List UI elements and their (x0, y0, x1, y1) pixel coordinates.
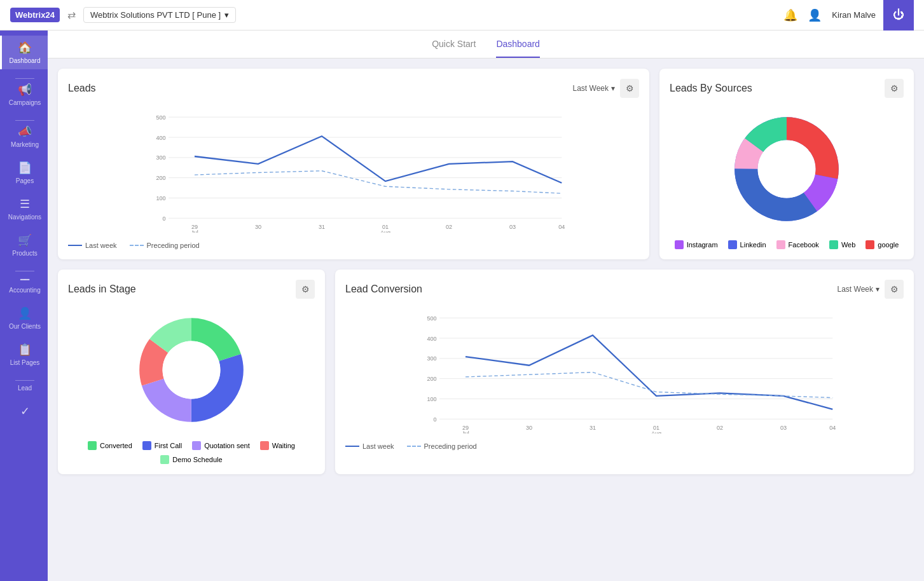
leads-period-selector[interactable]: Last Week ▾ (573, 84, 615, 93)
sources-legend-instagram: Instagram (675, 240, 718, 249)
sources-gear-button[interactable]: ⚙ (885, 79, 904, 98)
converted-dot (88, 441, 97, 450)
sources-legend-google: google (865, 240, 899, 249)
sidebar-label-marketing: Marketing (11, 141, 39, 148)
sidebar-item-our-clients[interactable]: 👤 Our Clients (0, 301, 48, 335)
svg-text:31: 31 (590, 425, 596, 431)
sources-legend-linkedin: Linkedin (728, 240, 766, 249)
svg-point-27 (758, 140, 816, 198)
sidebar-item-dashboard[interactable]: 🏠 Dashboard (0, 36, 48, 69)
leads-gear-button[interactable]: ⚙ (620, 79, 639, 98)
sidebar-item-campaigns[interactable]: 📢 Campaigns (0, 72, 48, 111)
conversion-chart: 500 400 300 200 100 0 29 Jul 30 31 01 (345, 306, 904, 436)
company-selector[interactable]: Webtrix Solutions PVT LTD [ Pune ] ▾ (83, 7, 236, 23)
svg-text:100: 100 (156, 195, 165, 202)
conversion-legend-dashed (407, 446, 421, 447)
svg-text:Jul: Jul (191, 229, 198, 233)
svg-text:300: 300 (427, 355, 436, 362)
conversion-legend-last-week: Last week (345, 442, 394, 450)
home-icon: 🏠 (18, 41, 32, 55)
user-avatar-icon: 👤 (808, 8, 822, 22)
stage-label-quotation: Quotation sent (204, 442, 250, 449)
legend-last-week-label: Last week (85, 242, 117, 249)
sidebar-item-navigations[interactable]: ☰ Navigations (0, 192, 48, 226)
conversion-card-header: Lead Conversion Last Week ▾ ⚙ (345, 280, 904, 299)
conversion-period-label: Last Week (838, 285, 873, 294)
row-2: Leads in Stage ⚙ (58, 270, 914, 474)
svg-text:04: 04 (829, 425, 836, 431)
svg-text:03: 03 (780, 425, 787, 431)
stage-label-demo: Demo Schedule (172, 456, 222, 463)
sidebar-label-our-clients: Our Clients (9, 323, 41, 330)
sources-label-facebook: Facebook (789, 241, 819, 249)
tab-quick-start[interactable]: Quick Start (432, 31, 476, 58)
power-button[interactable]: ⏻ (883, 0, 914, 31)
main-content: Quick Start Dashboard Leads Last Week ▾ (48, 31, 924, 581)
sidebar-item-list-pages[interactable]: 📋 List Pages (0, 338, 48, 371)
campaigns-icon: 📢 (18, 83, 32, 97)
our-clients-icon: 👤 (18, 306, 32, 320)
check-icon: ✓ (20, 404, 30, 418)
conversion-svg: 500 400 300 200 100 0 29 Jul 30 31 01 (345, 306, 904, 434)
sidebar-label-accounting: Accounting (9, 287, 40, 294)
leads-legend: Last week Preceding period (68, 242, 639, 249)
svg-text:300: 300 (156, 154, 165, 161)
dashboard: Leads Last Week ▾ ⚙ (48, 58, 924, 484)
leads-svg: 500 400 300 200 100 0 29 Jul 30 31 01 (68, 106, 639, 233)
leads-in-stage-card: Leads in Stage ⚙ (58, 270, 325, 474)
svg-text:0: 0 (162, 215, 165, 222)
svg-text:200: 200 (427, 376, 436, 382)
svg-text:31: 31 (319, 224, 325, 230)
legend-last-week: Last week (68, 242, 117, 249)
stage-donut-wrap: Converted First Call Quotation sent (68, 306, 315, 464)
sources-legend: Instagram Linkedin Facebook (675, 240, 899, 249)
tab-dashboard[interactable]: Dashboard (496, 31, 540, 58)
svg-text:400: 400 (427, 336, 436, 342)
conversion-legend-preceding: Preceding period (407, 442, 477, 450)
company-name: Webtrix Solutions PVT LTD [ Pune ] (90, 10, 221, 20)
legend-preceding-label: Preceding period (147, 242, 200, 249)
sidebar: 🏠 Dashboard 📢 Campaigns 📣 Marketing 📄 Pa… (0, 31, 48, 581)
conversion-legend-solid (345, 446, 359, 447)
stage-gear-button[interactable]: ⚙ (296, 280, 315, 299)
sources-card-title: Leads By Sources (670, 83, 752, 94)
sidebar-item-lead[interactable]: Lead (0, 374, 48, 397)
waiting-dot (260, 441, 269, 450)
chevron-down-icon: ▾ (611, 84, 615, 93)
svg-text:Aug: Aug (651, 430, 661, 434)
svg-text:03: 03 (509, 224, 516, 230)
notification-icon[interactable]: 🔔 (783, 8, 797, 22)
stage-legend-first-call: First Call (142, 441, 182, 450)
sidebar-item-products[interactable]: 🛒 Products (0, 228, 48, 262)
legend-preceding: Preceding period (130, 242, 200, 249)
conversion-gear-button[interactable]: ⚙ (885, 280, 904, 299)
sources-legend-facebook: Facebook (776, 240, 819, 249)
legend-line-solid (68, 245, 82, 246)
sidebar-item-check[interactable]: ✓ (0, 399, 48, 423)
stage-donut-svg (128, 306, 255, 434)
sidebar-item-marketing[interactable]: 📣 Marketing (0, 114, 48, 153)
leads-card-header: Leads Last Week ▾ ⚙ (68, 79, 639, 98)
sidebar-label-campaigns: Campaigns (9, 99, 41, 106)
stage-legend: Converted First Call Quotation sent (68, 441, 315, 464)
conversion-legend-preceding-label: Preceding period (424, 442, 477, 450)
sidebar-item-pages[interactable]: 📄 Pages (0, 156, 48, 189)
first-call-dot (142, 441, 151, 450)
svg-point-33 (163, 341, 221, 399)
sidebar-item-accounting[interactable]: ━━ Accounting (0, 264, 48, 299)
conversion-period-selector[interactable]: Last Week ▾ (838, 285, 879, 294)
linkedin-dot (728, 240, 737, 249)
transfer-icon[interactable]: ⇄ (67, 9, 76, 21)
sources-donut-wrap: Instagram Linkedin Facebook (670, 106, 904, 249)
leads-card-title: Leads (68, 83, 96, 94)
sources-label-linkedin: Linkedin (740, 241, 766, 249)
sidebar-label-products: Products (12, 250, 37, 257)
svg-text:0: 0 (433, 416, 436, 423)
sidebar-label-dashboard: Dashboard (10, 57, 41, 64)
stage-legend-converted: Converted (88, 441, 132, 450)
products-icon: 🛒 (18, 233, 32, 247)
stage-legend-demo: Demo Schedule (160, 455, 222, 464)
stage-card-header: Leads in Stage ⚙ (68, 280, 315, 299)
sidebar-label-list-pages: List Pages (10, 359, 40, 366)
svg-text:500: 500 (427, 315, 436, 322)
